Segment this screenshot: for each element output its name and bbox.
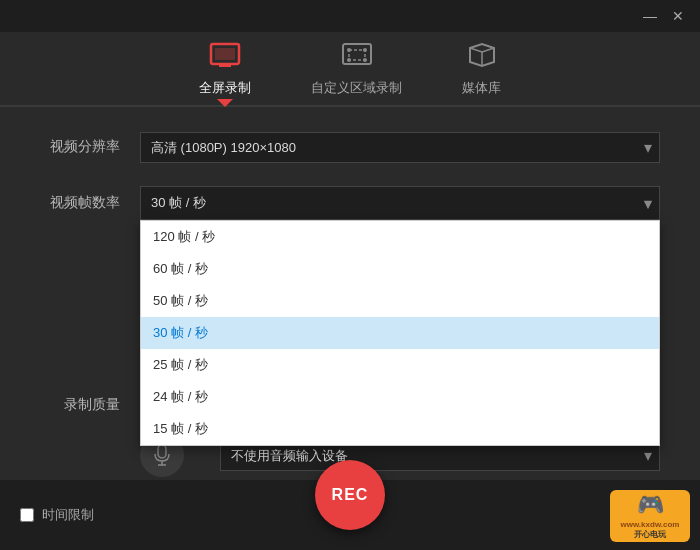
brand-url: www.kxdw.com [621,520,680,529]
time-limit-section: 时间限制 [20,506,94,524]
tab-region[interactable]: 自定义区域录制 [311,42,402,105]
tab-library[interactable]: 媒体库 [462,42,501,105]
tab-region-label: 自定义区域录制 [311,79,402,97]
framerate-label: 视频帧数率 [40,194,140,212]
region-icon [341,42,373,75]
bottom-bar: 时间限制 REC 🎮 www.kxdw.com 开心电玩 [0,480,700,550]
library-icon [466,42,498,75]
resolution-label: 视频分辨率 [40,138,140,156]
svg-rect-1 [215,48,235,60]
svg-rect-12 [158,445,166,458]
nav-tabs: 全屏录制 自定义区域录制 媒体库 [0,32,700,107]
framerate-option-60[interactable]: 60 帧 / 秒 [141,253,659,285]
svg-point-9 [363,58,367,62]
title-bar: — ✕ [0,0,700,32]
close-button[interactable]: ✕ [664,5,692,27]
framerate-option-15[interactable]: 15 帧 / 秒 [141,413,659,445]
framerate-dropdown: 120 帧 / 秒 60 帧 / 秒 50 帧 / 秒 30 帧 / 秒 25 … [140,220,660,446]
framerate-option-50[interactable]: 50 帧 / 秒 [141,285,659,317]
framerate-control: 30 帧 / 秒 ▾ 120 帧 / 秒 60 帧 / 秒 50 帧 / 秒 3… [140,186,660,220]
svg-point-7 [363,48,367,52]
tab-fullscreen-label: 全屏录制 [199,79,251,97]
time-limit-checkbox[interactable] [20,508,34,522]
svg-point-8 [347,58,351,62]
brand-logo: 🎮 www.kxdw.com 开心电玩 [610,490,690,542]
framerate-select-display[interactable]: 30 帧 / 秒 [140,186,660,220]
framerate-select-wrapper: 30 帧 / 秒 ▾ [140,186,660,220]
resolution-row: 视频分辨率 高清 (1080P) 1920×1080 [40,127,660,167]
svg-point-6 [347,48,351,52]
fullscreen-icon [209,42,241,75]
tab-fullscreen[interactable]: 全屏录制 [199,42,251,105]
framerate-option-24[interactable]: 24 帧 / 秒 [141,381,659,413]
framerate-option-25[interactable]: 25 帧 / 秒 [141,349,659,381]
rec-button[interactable]: REC [315,460,385,530]
main-content: 视频分辨率 高清 (1080P) 1920×1080 视频帧数率 30 帧 / … [0,107,700,513]
svg-rect-5 [349,50,365,60]
framerate-option-120[interactable]: 120 帧 / 秒 [141,221,659,253]
brand-mascot-icon: 🎮 [637,492,664,518]
svg-rect-4 [343,44,371,64]
minimize-button[interactable]: — [636,5,664,27]
framerate-row: 视频帧数率 30 帧 / 秒 ▾ 120 帧 / 秒 60 帧 / 秒 50 帧… [40,183,660,223]
svg-rect-3 [223,63,227,66]
resolution-select[interactable]: 高清 (1080P) 1920×1080 [140,132,660,163]
framerate-option-30[interactable]: 30 帧 / 秒 [141,317,659,349]
brand-box: 🎮 www.kxdw.com 开心电玩 [610,490,690,542]
resolution-select-wrapper: 高清 (1080P) 1920×1080 [140,132,660,163]
time-limit-label: 时间限制 [42,506,94,524]
quality-label: 录制质量 [40,396,140,414]
tab-library-label: 媒体库 [462,79,501,97]
resolution-control: 高清 (1080P) 1920×1080 [140,132,660,163]
